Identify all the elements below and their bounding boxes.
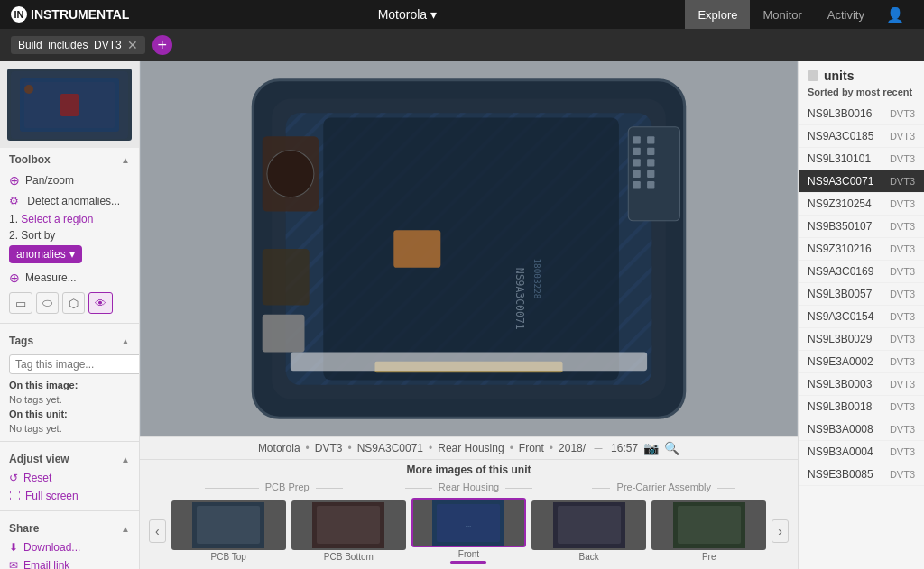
unit-build: DVT3 [890, 266, 915, 277]
unit-row[interactable]: NS9L3B0057 DVT3 [799, 283, 924, 306]
unit-row[interactable]: NS9L3B0029 DVT3 [799, 328, 924, 351]
image-area[interactable]: NS9A3C0071 18003228 [140, 61, 798, 436]
measure-tool[interactable]: ⊕ Measure... [0, 267, 139, 289]
svg-rect-21 [647, 136, 654, 143]
thumb-pcb-bottom[interactable]: PCB Bottom [291, 500, 406, 562]
sep5: • [550, 442, 553, 454]
tab-explore[interactable]: Explore [685, 0, 750, 29]
toolbox-title: Toolbox [9, 153, 51, 166]
unit-row[interactable]: NS9B350107 DVT3 [799, 216, 924, 238]
unit-row[interactable]: NS9A3C0185 DVT3 [799, 125, 924, 148]
unit-row[interactable]: NS9B3A0004 DVT3 [799, 441, 924, 463]
adjust-view-header: Adjust view ▲ [0, 447, 139, 469]
unit-row[interactable]: NS9A3C0154 DVT3 [799, 306, 924, 328]
tag-on-image: On this image: [0, 378, 139, 392]
polygon-tool-button[interactable]: ⬡ [62, 292, 85, 314]
tab-activity[interactable]: Activity [815, 0, 877, 29]
svg-rect-23 [647, 159, 654, 166]
filter-tag-close[interactable]: ✕ [127, 38, 138, 52]
unit-row[interactable]: NS9Z310216 DVT3 [799, 238, 924, 261]
user-button[interactable]: 👤 [877, 3, 913, 27]
pan-zoom-label: Pan/zoom [25, 174, 74, 187]
nav-tabs: Explore Monitor Activity 👤 [685, 0, 913, 29]
search-zoom-icon[interactable]: 🔍 [664, 441, 679, 455]
select-region-link[interactable]: Select a region [21, 213, 93, 225]
step1-item: 1. Select a region [0, 211, 139, 227]
rect-tool-button[interactable]: ▭ [9, 292, 32, 314]
eye-tool-button[interactable]: 👁 [88, 292, 113, 314]
unit-row[interactable]: NS9A3C0169 DVT3 [799, 261, 924, 283]
thumbnail-area [0, 61, 139, 148]
sort-dropdown-button[interactable]: anomalies ▾ [9, 245, 82, 263]
thumb-back[interactable]: Back [531, 500, 646, 562]
logo-text: INSTRUMENTAL [31, 7, 129, 22]
unit-row[interactable]: NS9L3B0016 DVT3 [799, 103, 924, 125]
tag-on-unit-value: No tags yet. [0, 421, 139, 436]
svg-rect-13 [263, 249, 310, 305]
breadcrumb-unit: NS9A3C0071 [357, 442, 423, 454]
unit-id: NS9B350107 [808, 220, 872, 233]
logo-icon: IN [11, 6, 27, 23]
reset-button[interactable]: ↺ Reset [0, 469, 139, 487]
unit-row[interactable]: NS9L310101 DVT3 [799, 148, 924, 170]
sort-value: anomalies [16, 248, 66, 261]
thumb-prev-button[interactable]: ‹ [149, 519, 166, 543]
sep1: • [306, 442, 310, 454]
pan-zoom-icon: ⊕ [9, 173, 20, 188]
fullscreen-button[interactable]: ⛶ Full screen [0, 487, 139, 505]
add-filter-button[interactable]: + [152, 35, 172, 55]
filter-tag-build: Build includes DVT3 ✕ [11, 36, 145, 54]
toolbox-collapse-icon[interactable]: ▲ [121, 155, 130, 165]
left-panel: Toolbox ▲ ⊕ Pan/zoom ⚙ Detect anomalies.… [0, 61, 140, 569]
email-link-button[interactable]: ✉ Email link [0, 556, 139, 569]
unit-id: NS9L3B0003 [808, 378, 872, 390]
svg-rect-26 [323, 117, 619, 380]
unit-row[interactable]: NS9L3B0018 DVT3 [799, 396, 924, 418]
sort-label: 2. Sort by [9, 229, 55, 242]
unit-id: NS9A3C0169 [808, 265, 873, 278]
download-label: Download... [23, 541, 80, 554]
tag-input-field[interactable] [9, 354, 140, 374]
unit-id: NS9A3C0154 [808, 310, 873, 323]
pan-zoom-tool[interactable]: ⊕ Pan/zoom [0, 170, 139, 191]
unit-row[interactable]: NS9B3A0008 DVT3 [799, 418, 924, 441]
circle-tool-button[interactable]: ⬭ [36, 292, 59, 314]
camera-icon[interactable]: 📷 [643, 441, 659, 455]
thumb-front[interactable]: ··· Front [411, 498, 526, 564]
svg-rect-35 [317, 506, 380, 544]
logo: IN INSTRUMENTAL [11, 6, 129, 23]
unit-row-active[interactable]: NS9A3C0071 DVT3 [799, 170, 924, 193]
unit-row[interactable]: NS9E3B0085 DVT3 [799, 463, 924, 486]
thumb-pcb-top[interactable]: PCB Top [171, 500, 286, 562]
tab-monitor[interactable]: Monitor [750, 0, 814, 29]
stage-pre-carrier: Pre-Carrier Assembly [567, 482, 762, 492]
product-name: Motorola [378, 7, 427, 22]
unit-row[interactable]: NS9E3A0002 DVT3 [799, 351, 924, 373]
detect-anomalies-tool[interactable]: ⚙ Detect anomalies... [0, 191, 139, 211]
unit-build: DVT3 [890, 469, 915, 480]
unit-id: NS9L310101 [808, 152, 871, 165]
stage-pre-carrier-label: Pre-Carrier Assembly [617, 482, 712, 492]
unit-row[interactable]: NS9Z310254 DVT3 [799, 193, 924, 216]
thumb-back-label: Back [578, 552, 598, 562]
download-icon: ⬇ [9, 541, 18, 554]
share-collapse-icon[interactable]: ▲ [121, 524, 130, 534]
filter-bar: Build includes DVT3 ✕ + [0, 29, 924, 61]
step1-number: 1. [9, 213, 21, 225]
unit-row[interactable]: NS9L3B0003 DVT3 [799, 373, 924, 396]
thumb-pcb-top-label: PCB Top [211, 552, 246, 562]
svg-text:18003228: 18003228 [532, 258, 542, 298]
thumb-next-button[interactable]: › [772, 519, 789, 543]
tag-on-unit: On this unit: [0, 407, 139, 421]
svg-text:···: ··· [466, 522, 472, 530]
sorted-by: Sorted by most recent [799, 87, 924, 103]
tags-collapse-icon[interactable]: ▲ [121, 336, 130, 346]
thumb-pre[interactable]: Pre [651, 500, 766, 562]
download-button[interactable]: ⬇ Download... [0, 538, 139, 556]
product-selector[interactable]: Motorola ▾ [378, 7, 437, 22]
sort-row: 2. Sort by [0, 227, 139, 243]
thumb-front-active-bar [450, 561, 486, 564]
top-nav: IN INSTRUMENTAL Motorola ▾ Explore Monit… [0, 0, 924, 29]
adjust-collapse-icon[interactable]: ▲ [121, 454, 130, 464]
unit-build: DVT3 [890, 334, 915, 344]
